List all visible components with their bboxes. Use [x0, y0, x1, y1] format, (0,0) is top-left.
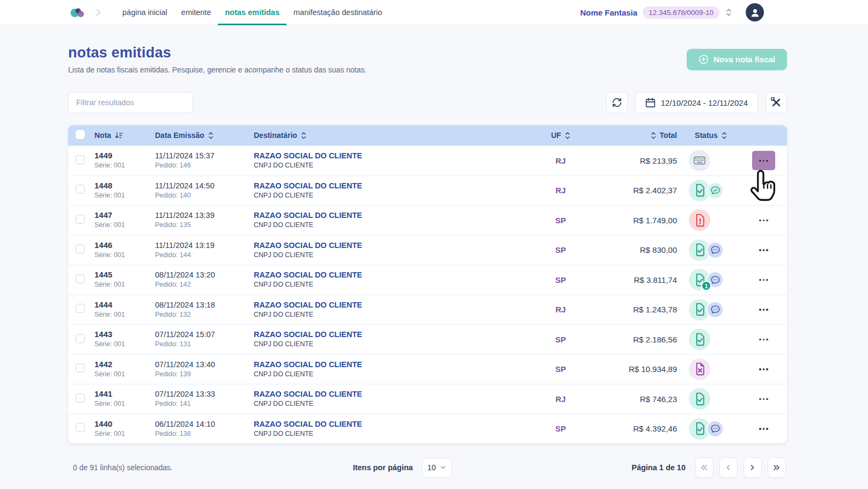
- plus-circle-icon: [698, 54, 709, 64]
- total-value: R$ 830,00: [585, 245, 681, 254]
- destinatario-link[interactable]: RAZAO SOCIAL DO CLIENTE: [254, 270, 536, 280]
- nav-notas-emitidas[interactable]: notas emitidas: [218, 0, 286, 25]
- row-checkbox[interactable]: [76, 185, 85, 194]
- status-messages-icon[interactable]: [707, 242, 724, 259]
- nota-number: 1444: [94, 300, 152, 310]
- status-authorized-doc-icon[interactable]: [689, 388, 710, 410]
- destinatario-link[interactable]: RAZAO SOCIAL DO CLIENTE: [254, 151, 536, 160]
- row-checkbox[interactable]: [76, 244, 85, 253]
- destinatario-link[interactable]: RAZAO SOCIAL DO CLIENTE: [254, 419, 536, 429]
- status-message-approved-icon[interactable]: [707, 182, 724, 199]
- nota-number: 1447: [94, 210, 152, 220]
- column-header-total[interactable]: Total: [585, 131, 681, 140]
- table-row: 1441Série: 001 07/11/2024 13:33Pedido: 1…: [68, 384, 787, 414]
- sort-updown-icon: [651, 132, 656, 140]
- destinatario-cnpj: CNPJ DO CLIENTE: [254, 280, 536, 289]
- row-checkbox[interactable]: [76, 423, 85, 432]
- destinatario-link[interactable]: RAZAO SOCIAL DO CLIENTE: [254, 389, 536, 399]
- row-actions-button[interactable]: [752, 181, 775, 200]
- row-checkbox[interactable]: [76, 363, 85, 373]
- next-page-button[interactable]: [744, 457, 762, 478]
- sort-desc-icon: [115, 132, 123, 139]
- nova-nota-fiscal-button[interactable]: Nova nota fiscal: [687, 49, 787, 70]
- calendar-icon: [645, 98, 656, 108]
- row-actions-button[interactable]: [752, 419, 775, 439]
- row-checkbox[interactable]: [76, 274, 85, 283]
- chevrons-left-icon: [701, 464, 708, 471]
- pedido: Pedido: 146: [155, 161, 254, 170]
- destinatario-cnpj: CNPJ DO CLIENTE: [254, 191, 536, 200]
- destinatario-link[interactable]: RAZAO SOCIAL DO CLIENTE: [254, 360, 536, 369]
- row-actions-button[interactable]: [752, 300, 775, 319]
- prev-page-button[interactable]: [719, 457, 738, 478]
- uf-value: SP: [536, 216, 585, 225]
- nota-serie: Série: 001: [94, 221, 152, 230]
- nota-number: 1445: [94, 270, 152, 280]
- column-header-nota[interactable]: Nota: [92, 131, 152, 140]
- column-header-data-emissao[interactable]: Data Emissão: [152, 131, 254, 140]
- nota-number: 1441: [94, 389, 152, 399]
- row-actions-button[interactable]: [752, 270, 775, 289]
- nav-emitente[interactable]: emitente: [174, 0, 218, 25]
- sort-updown-icon: [301, 132, 306, 140]
- row-checkbox[interactable]: [76, 155, 85, 164]
- select-all-checkbox[interactable]: [76, 130, 85, 139]
- row-checkbox[interactable]: [76, 215, 85, 224]
- nota-serie: Série: 001: [94, 340, 152, 349]
- user-avatar[interactable]: [746, 3, 764, 21]
- status-cancelled-doc-icon[interactable]: [689, 359, 710, 380]
- app-logo-icon[interactable]: [69, 6, 86, 19]
- row-checkbox[interactable]: [76, 334, 85, 343]
- main-nav: página inicial emitente notas emitidas m…: [115, 0, 389, 25]
- page-subtitle: Lista de notas fiscais emitidas. Pesquis…: [68, 65, 366, 74]
- destinatario-cnpj: CNPJ DO CLIENTE: [254, 399, 536, 408]
- pedido: Pedido: 144: [155, 251, 254, 260]
- row-checkbox[interactable]: [76, 393, 85, 403]
- row-actions-button[interactable]: [752, 240, 775, 260]
- row-actions-button[interactable]: [752, 210, 775, 230]
- column-header-uf[interactable]: UF: [536, 131, 585, 140]
- row-actions-button[interactable]: [752, 360, 775, 379]
- destinatario-link[interactable]: RAZAO SOCIAL DO CLIENTE: [254, 330, 536, 339]
- total-value: R$ 3.811,74: [585, 275, 681, 284]
- company-cnpj-badge: 12.345.678/0009-10: [643, 6, 719, 19]
- destinatario-link[interactable]: RAZAO SOCIAL DO CLIENTE: [254, 181, 536, 191]
- pedido: Pedido: 142: [155, 280, 254, 289]
- status-rejected-doc-icon[interactable]: [689, 209, 710, 231]
- table-settings-button[interactable]: [766, 92, 787, 113]
- refresh-button[interactable]: [606, 92, 628, 113]
- destinatario-link[interactable]: RAZAO SOCIAL DO CLIENTE: [254, 300, 536, 310]
- status-messages-icon[interactable]: [707, 420, 724, 437]
- column-header-status[interactable]: Status: [681, 131, 740, 140]
- status-messages-icon[interactable]: [707, 301, 724, 318]
- nav-manifestacao-destinatario[interactable]: manifestação destinatário: [286, 0, 389, 25]
- row-actions-button[interactable]: [752, 389, 775, 408]
- row-actions-button[interactable]: [752, 151, 775, 170]
- row-checkbox[interactable]: [76, 304, 85, 313]
- nota-number: 1446: [94, 240, 152, 250]
- uf-value: RJ: [536, 186, 585, 195]
- last-page-button[interactable]: [768, 457, 786, 478]
- date-range-button[interactable]: 12/10/2024 - 12/11/2024: [635, 92, 758, 113]
- nota-serie: Série: 001: [94, 191, 152, 200]
- nota-serie: Série: 001: [94, 251, 152, 260]
- data-emissao: 07/11/2024 15:07: [155, 330, 254, 339]
- status-authorized-doc-icon[interactable]: [689, 329, 710, 350]
- first-page-button[interactable]: [695, 457, 713, 478]
- items-per-page-select[interactable]: 10: [422, 458, 452, 478]
- company-switcher-icon[interactable]: [726, 8, 732, 17]
- total-value: R$ 213,95: [585, 156, 681, 165]
- destinatario-link[interactable]: RAZAO SOCIAL DO CLIENTE: [254, 210, 536, 220]
- destinatario-cnpj: CNPJ DO CLIENTE: [254, 340, 536, 349]
- company-name[interactable]: Nome Fantasia: [580, 8, 637, 17]
- status-processing-keyboard-icon[interactable]: [689, 150, 710, 171]
- table-row: 1447Série: 001 11/11/2024 13:39Pedido: 1…: [68, 205, 787, 235]
- unread-count-badge: 1: [701, 281, 711, 291]
- data-emissao: 07/11/2024 13:33: [155, 389, 254, 399]
- destinatario-link[interactable]: RAZAO SOCIAL DO CLIENTE: [254, 240, 536, 250]
- row-actions-button[interactable]: [752, 330, 775, 349]
- nav-pagina-inicial[interactable]: página inicial: [115, 0, 174, 25]
- column-header-destinatario[interactable]: Destinatário: [254, 131, 536, 140]
- filter-input[interactable]: [68, 92, 193, 113]
- sort-updown-icon: [208, 132, 214, 140]
